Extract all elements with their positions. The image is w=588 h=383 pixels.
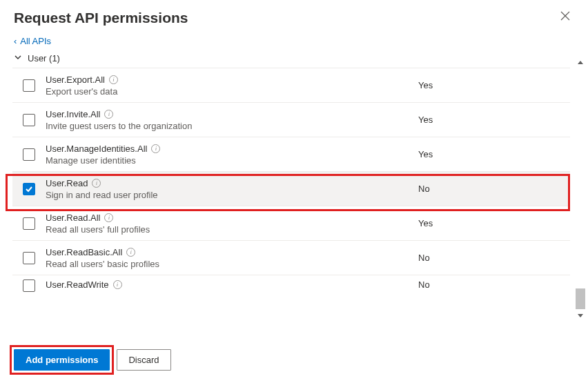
info-icon[interactable]: i: [109, 75, 118, 84]
permission-desc: Invite guest users to the organization: [46, 121, 418, 131]
permission-desc: Read all users' full profiles: [46, 224, 418, 235]
permission-desc: Export user's data: [46, 86, 418, 97]
close-icon[interactable]: [556, 10, 574, 25]
page-title: Request API permissions: [14, 10, 188, 26]
permission-name: User.Read.All: [46, 213, 100, 223]
permission-row[interactable]: User.ReadBasic.AlliRead all users' basic…: [12, 240, 570, 275]
admin-consent-value: Yes: [418, 149, 570, 159]
chevron-left-icon: ‹: [14, 36, 17, 46]
admin-consent-value: Yes: [418, 115, 570, 125]
permission-name: User.Invite.All: [46, 109, 100, 119]
permissions-scroll-area: User (1) User.Export.AlliExport user's d…: [0, 49, 588, 308]
permission-checkbox[interactable]: [23, 79, 35, 92]
permission-checkbox[interactable]: [23, 148, 35, 161]
discard-button[interactable]: Discard: [117, 349, 170, 371]
back-link-label: All APIs: [20, 36, 51, 46]
permission-name: User.Read: [46, 178, 88, 188]
permission-name: User.ReadBasic.All: [46, 247, 122, 257]
scroll-up-icon[interactable]: [578, 61, 583, 64]
permission-checkbox[interactable]: [23, 183, 35, 195]
permission-desc: Manage user identities: [46, 155, 418, 166]
permission-row[interactable]: User.Export.AlliExport user's dataYes: [12, 68, 570, 102]
permission-checkbox[interactable]: [23, 217, 35, 230]
footer: Add permissions Discard: [0, 337, 588, 383]
admin-consent-value: Yes: [418, 80, 570, 90]
info-icon[interactable]: i: [113, 280, 122, 289]
add-permissions-button[interactable]: Add permissions: [14, 349, 110, 371]
chevron-down-icon: [14, 53, 22, 63]
info-icon[interactable]: i: [104, 213, 113, 222]
admin-consent-value: No: [418, 253, 570, 263]
info-icon[interactable]: i: [126, 248, 135, 257]
group-label: User (1): [28, 53, 60, 63]
permission-name: User.Export.All: [46, 75, 105, 85]
permission-checkbox[interactable]: [23, 114, 35, 126]
permission-row[interactable]: User.ReadWriteiNo: [12, 275, 570, 294]
permission-row[interactable]: User.ManageIdentities.AlliManage user id…: [12, 137, 570, 171]
permission-row[interactable]: User.Read.AlliRead all users' full profi…: [12, 206, 570, 240]
scroll-down-icon[interactable]: [578, 314, 583, 317]
scrollbar-thumb[interactable]: [576, 288, 585, 309]
permission-name: User.ManageIdentities.All: [46, 144, 147, 154]
scrollbar-track[interactable]: [576, 66, 585, 312]
back-link-all-apis[interactable]: ‹ All APIs: [0, 32, 588, 49]
scrollbar[interactable]: [574, 59, 587, 320]
permission-desc: Read all users' basic profiles: [46, 259, 418, 269]
permission-desc: Sign in and read user profile: [46, 190, 418, 200]
permission-row[interactable]: User.ReadiSign in and read user profileN…: [12, 171, 570, 206]
group-header-user[interactable]: User (1): [0, 49, 588, 68]
permission-checkbox[interactable]: [23, 279, 35, 292]
permission-name: User.ReadWrite: [46, 279, 109, 290]
permission-checkbox[interactable]: [23, 252, 35, 264]
permission-row[interactable]: User.Invite.AlliInvite guest users to th…: [12, 102, 570, 137]
admin-consent-value: No: [418, 279, 570, 290]
info-icon[interactable]: i: [104, 110, 113, 119]
info-icon[interactable]: i: [92, 179, 101, 188]
info-icon[interactable]: i: [151, 144, 160, 153]
admin-consent-value: No: [418, 184, 570, 194]
admin-consent-value: Yes: [418, 218, 570, 228]
